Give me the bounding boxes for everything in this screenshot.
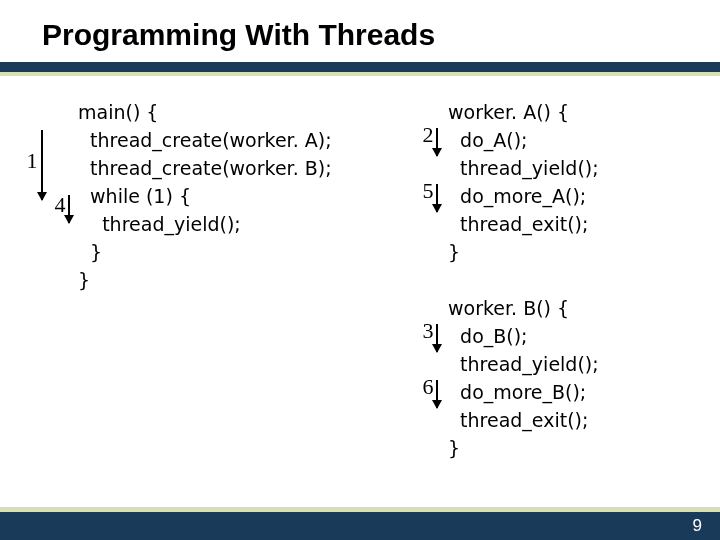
page-number: 9 xyxy=(693,516,702,536)
title-rule-dark xyxy=(0,62,720,72)
title-rule-light xyxy=(0,72,720,76)
step-5-label: 5 xyxy=(418,178,438,204)
code-workerA: worker. A() { do_A(); thread_yield(); do… xyxy=(448,98,599,266)
step-2-label: 2 xyxy=(418,122,438,148)
step-2-arrow xyxy=(436,128,438,156)
step-1-arrow xyxy=(41,130,43,200)
code-workerB: worker. B() { do_B(); thread_yield(); do… xyxy=(448,294,599,462)
step-6-arrow xyxy=(436,380,438,408)
step-3-arrow xyxy=(436,324,438,352)
code-main: main() { thread_create(worker. A); threa… xyxy=(78,98,332,294)
footer-rule-dark xyxy=(0,512,720,540)
step-3-label: 3 xyxy=(418,318,438,344)
step-5-arrow xyxy=(436,184,438,212)
slide-title: Programming With Threads xyxy=(42,18,435,52)
step-1-label: 1 xyxy=(22,148,42,174)
step-6-label: 6 xyxy=(418,374,438,400)
step-4-arrow xyxy=(68,195,70,223)
